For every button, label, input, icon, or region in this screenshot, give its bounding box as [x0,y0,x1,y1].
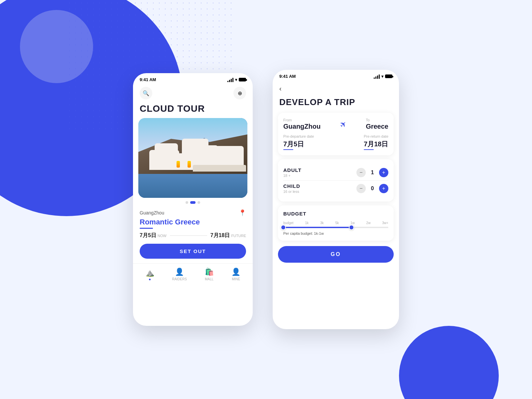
adult-row: ADULT 18 + − 1 + [283,165,388,180]
adult-plus-button[interactable]: + [379,168,388,177]
title-underline [140,228,153,229]
nav-raiders-label: RAIDERS [172,277,187,281]
dots-indicator [133,201,253,204]
date-start: 7月5日 [140,232,156,239]
to-label: To [366,118,388,122]
child-counter: − 0 + [356,184,388,193]
to-city: Greece [366,123,388,130]
date-end: 7月18日 [210,232,230,239]
mine-icon: 👤 [231,268,240,276]
wifi-icon: ▾ [235,77,237,82]
passengers-card: ADULT 18 + − 1 + CHILD 16 or less − 0 [278,159,394,201]
to-section: To Greece [366,118,388,130]
budget-scale-3k: 3k [320,221,324,225]
child-count: 0 [369,186,376,192]
slider-thumb-left[interactable] [281,225,286,230]
budget-scale-1k: 1k [305,221,309,225]
budget-scale-label: budget [283,221,294,225]
route-card: From GuangZhou ✈ To Greece Pre-departure… [278,113,394,155]
wifi-icon-2: ▾ [381,74,383,79]
from-label: From [283,118,321,122]
nav-raiders[interactable]: 👤 RAIDERS [172,268,187,281]
budget-scale-1w: 1w [350,221,355,225]
signal-icon [227,77,233,82]
plane-icon: ✈ [337,119,349,130]
child-row: CHILD 16 or less − 0 + [283,180,388,196]
battery-icon [239,78,246,81]
child-plus-button[interactable]: + [379,184,388,193]
page-title-2: DEVELOP A TRIP [273,96,399,113]
nav-home[interactable]: ⛰️ [145,269,154,280]
adult-age: 18 + [283,174,302,178]
nav-mall[interactable]: 🛍️ MALL [205,268,214,281]
budget-scale-2w: 2w [366,221,371,225]
budget-info: Per capita budget: 1k-1w [283,231,388,235]
phone-2: 9:41 AM ▾ ‹ DEVELOP A TRIP [273,70,399,329]
budget-scale: budget 1k 3k 5k 1w 2w 3w+ [283,221,388,225]
time-1: 9:41 AM [140,77,156,82]
budget-label: BUDGET [283,211,388,216]
adult-counter: − 1 + [356,168,388,177]
child-minus-button[interactable]: − [356,184,366,193]
nav-mall-label: MALL [205,277,213,281]
status-icons-1: ▾ [227,77,246,82]
from-section: From GuangZhou [283,118,321,130]
page-title-1: CLOUD TOUR [133,103,253,118]
trip-name: Romantic Greece [140,218,246,226]
back-button[interactable]: ‹ [279,83,284,94]
time-2: 9:41 AM [279,74,296,79]
child-label: CHILD [283,183,300,189]
search-button[interactable]: 🔍 [140,87,152,99]
route-row: From GuangZhou ✈ To Greece [283,118,388,130]
date-end-label: FUTURE [231,234,246,238]
status-icons-2: ▾ [374,74,392,79]
signal-icon-2 [374,74,380,79]
budget-scale-5k: 5k [335,221,339,225]
child-age: 16 or less [283,190,300,194]
budget-scale-3w: 3w+ [382,221,388,225]
add-button[interactable]: ⊕ [233,87,246,99]
main-wrapper: 9:41 AM ▾ 🔍 ⊕ CLOUD TOUR [0,0,532,399]
slider-thumb-right[interactable] [349,225,354,230]
phone-1: 9:41 AM ▾ 🔍 ⊕ CLOUD TOUR [133,73,253,326]
departure-label: Pre-departure date [283,134,314,138]
status-bar-1: 9:41 AM ▾ [133,73,253,84]
trip-dates-row: Pre-departure date 7月5日 Pre-return date … [283,134,388,150]
mall-icon: 🛍️ [205,268,214,276]
santorini-scene [138,118,247,198]
departure-section: Pre-departure date 7月5日 [283,134,314,150]
date-row: 7月5日 NOW 7月18日 FUTURE [140,232,246,239]
departure-date: 7月5日 [283,140,314,149]
from-city: GuangZhou [283,123,321,130]
phone2-header: ‹ [273,81,399,96]
phone1-header: 🔍 ⊕ [133,84,253,103]
status-bar-2: 9:41 AM ▾ [273,70,399,81]
nav-mine-label: MINE [232,277,240,281]
battery-icon-2 [385,74,392,78]
home-icon: ⛰️ [145,269,154,277]
raiders-icon: 👤 [175,268,184,276]
return-section: Pre-return date 7月18日 [364,134,388,150]
budget-card: BUDGET budget 1k 3k 5k 1w 2w 3w+ Per cap… [278,205,394,241]
return-label: Pre-return date [364,134,388,138]
date-start-label: NOW [158,234,167,238]
location-pin-icon: 📍 [239,209,246,216]
nav-mine[interactable]: 👤 MINE [231,268,240,281]
adult-minus-button[interactable]: − [356,168,366,177]
bottom-nav: ⛰️ 👤 RAIDERS 🛍️ MALL 👤 MINE [133,263,253,284]
adult-label: ADULT [283,167,302,173]
return-date: 7月18日 [364,140,388,149]
set-out-button[interactable]: SET OUT [140,244,246,259]
location-name: GuangZhou [140,210,164,215]
budget-slider[interactable] [283,227,388,228]
hero-image [138,118,247,198]
adult-count: 1 [369,170,376,176]
card-info: GuangZhou 📍 Romantic Greece 7月5日 NOW 7月1… [133,206,253,263]
go-button[interactable]: GO [278,246,394,263]
